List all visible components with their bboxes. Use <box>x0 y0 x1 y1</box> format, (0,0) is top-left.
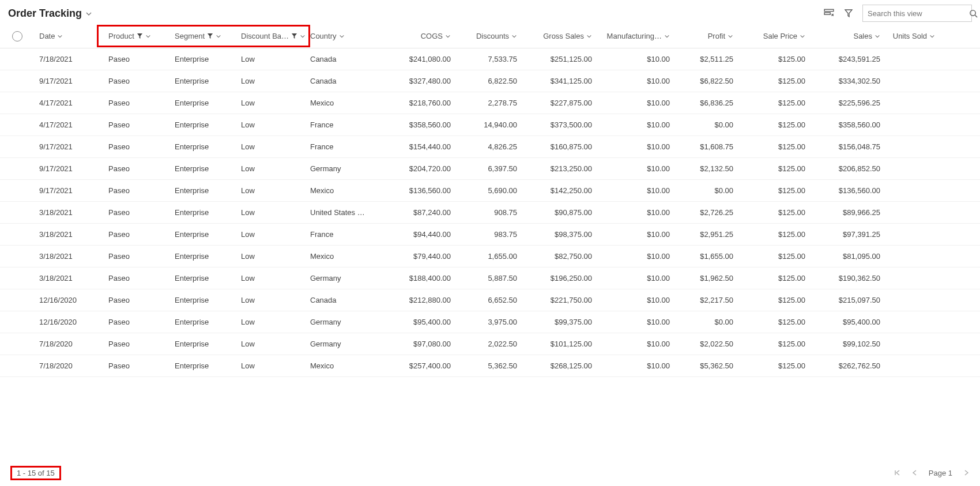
select-all-radio[interactable] <box>12 31 22 42</box>
table-row[interactable]: 12/16/2020PaseoEnterpriseLowCanada$212,8… <box>0 289 980 311</box>
col-header-discounts[interactable]: Discounts <box>455 32 522 40</box>
cell-segment: Enterprise <box>170 340 236 348</box>
table-row[interactable]: 9/17/2021PaseoEnterpriseLowMexico$136,56… <box>0 180 980 202</box>
table-row[interactable]: 4/17/2021PaseoEnterpriseLowFrance$358,56… <box>0 114 980 136</box>
cell-country: Mexico <box>306 186 380 195</box>
col-header-manufacturing[interactable]: Manufacturing… <box>597 32 674 40</box>
table-row[interactable]: 9/17/2021PaseoEnterpriseLowGermany$204,7… <box>0 158 980 180</box>
cell-discount-band: Low <box>236 55 306 63</box>
cell-discount-band: Low <box>236 99 306 107</box>
chevron-down-icon <box>216 33 221 39</box>
table-row[interactable]: 3/18/2021PaseoEnterpriseLowFrance$94,440… <box>0 224 980 246</box>
edit-columns-button[interactable] <box>823 7 835 19</box>
cell-discount-band: Low <box>236 164 306 173</box>
cell-date: 3/18/2021 <box>35 230 104 239</box>
cell-date: 7/18/2021 <box>35 55 104 63</box>
col-header-units-sold[interactable]: Units Sold <box>885 32 940 40</box>
table-row[interactable]: 9/17/2021PaseoEnterpriseLowFrance$154,44… <box>0 136 980 158</box>
pager-prev-button[interactable] <box>911 469 918 476</box>
cell-date: 9/17/2021 <box>35 186 104 195</box>
cell-segment: Enterprise <box>170 274 236 282</box>
cell-discounts: 1,655.00 <box>455 252 522 261</box>
cell-manufacturing: $10.00 <box>597 120 674 129</box>
cell-segment: Enterprise <box>170 77 236 85</box>
cell-manufacturing: $10.00 <box>597 230 674 239</box>
cell-discount-band: Low <box>236 274 306 282</box>
table-row[interactable]: 7/18/2021PaseoEnterpriseLowCanada$241,08… <box>0 48 980 70</box>
table-row[interactable]: 9/17/2021PaseoEnterpriseLowCanada$327,48… <box>0 70 980 92</box>
cell-product: Paseo <box>104 296 170 304</box>
cell-country: Germany <box>306 164 380 173</box>
cell-sales: $97,391.25 <box>810 230 885 239</box>
cell-sale-price: $125.00 <box>738 55 810 63</box>
cell-profit: $2,132.50 <box>674 164 738 173</box>
chevron-down-icon <box>875 33 880 39</box>
cell-discount-band: Low <box>236 296 306 304</box>
pager-page-label: Page 1 <box>929 469 952 477</box>
cell-discounts: 908.75 <box>455 208 522 217</box>
chevron-down-icon <box>300 33 306 39</box>
cell-cogs: $327,480.00 <box>380 77 455 85</box>
search-box[interactable] <box>862 5 972 22</box>
table-row[interactable]: 12/16/2020PaseoEnterpriseLowGermany$95,4… <box>0 311 980 333</box>
col-header-gross-sales[interactable]: Gross Sales <box>522 32 597 40</box>
cell-profit: $2,511.25 <box>674 55 738 63</box>
cell-discounts: 6,822.50 <box>455 77 522 85</box>
cell-profit: $1,655.00 <box>674 252 738 261</box>
cell-profit: $0.00 <box>674 318 738 326</box>
pager-next-button[interactable] <box>963 469 970 476</box>
cell-cogs: $154,440.00 <box>380 142 455 151</box>
table-row[interactable]: 3/18/2021PaseoEnterpriseLowMexico$79,440… <box>0 246 980 268</box>
chevron-down-icon <box>145 33 151 39</box>
cell-profit: $2,726.25 <box>674 208 738 217</box>
chevron-down-icon <box>664 33 670 39</box>
cell-country: France <box>306 120 380 129</box>
col-header-profit[interactable]: Profit <box>674 32 738 40</box>
cell-date: 4/17/2021 <box>35 120 104 129</box>
table-row[interactable]: 3/18/2021PaseoEnterpriseLowUnited States… <box>0 202 980 224</box>
col-header-discount-band[interactable]: Discount Ba… <box>236 32 306 40</box>
col-header-cogs[interactable]: COGS <box>380 32 455 40</box>
cell-gross-sales: $221,750.00 <box>522 296 597 304</box>
cell-gross-sales: $373,500.00 <box>522 120 597 129</box>
chevron-down-icon <box>445 33 451 39</box>
table-row[interactable]: 4/17/2021PaseoEnterpriseLowMexico$218,76… <box>0 92 980 114</box>
table-row[interactable]: 7/18/2020PaseoEnterpriseLowMexico$257,40… <box>0 355 980 377</box>
cell-product: Paseo <box>104 340 170 348</box>
view-selector[interactable]: Order Tracking <box>8 7 91 20</box>
cell-product: Paseo <box>104 208 170 217</box>
col-header-country[interactable]: Country <box>306 32 380 40</box>
col-header-date[interactable]: Date <box>35 32 104 40</box>
col-header-segment[interactable]: Segment <box>170 32 236 40</box>
col-header-sales-label: Sales <box>853 32 872 40</box>
cell-product: Paseo <box>104 318 170 326</box>
col-header-sale-price[interactable]: Sale Price <box>738 32 810 40</box>
cell-cogs: $188,400.00 <box>380 274 455 282</box>
cell-product: Paseo <box>104 120 170 129</box>
funnel-icon <box>137 33 143 39</box>
cell-product: Paseo <box>104 142 170 151</box>
search-input[interactable] <box>868 9 964 18</box>
col-header-product[interactable]: Product <box>104 32 170 40</box>
table-row[interactable]: 3/18/2021PaseoEnterpriseLowGermany$188,4… <box>0 268 980 289</box>
filter-button[interactable] <box>843 7 854 19</box>
cell-gross-sales: $213,250.00 <box>522 164 597 173</box>
cell-sales: $190,362.50 <box>810 274 885 282</box>
col-header-manufacturing-label: Manufacturing… <box>607 32 662 40</box>
table-row[interactable]: 7/18/2020PaseoEnterpriseLowGermany$97,08… <box>0 333 980 355</box>
cell-sale-price: $125.00 <box>738 274 810 282</box>
cell-sales: $206,852.50 <box>810 164 885 173</box>
cell-segment: Enterprise <box>170 296 236 304</box>
cell-cogs: $94,440.00 <box>380 230 455 239</box>
col-header-sales[interactable]: Sales <box>810 32 885 40</box>
cell-segment: Enterprise <box>170 361 236 370</box>
chevron-down-icon <box>929 33 935 39</box>
col-header-country-label: Country <box>310 32 337 40</box>
cell-discount-band: Low <box>236 230 306 239</box>
cell-gross-sales: $341,125.00 <box>522 77 597 85</box>
grid-footer: 1 - 15 of 15 Page 1 <box>0 459 980 486</box>
cell-sale-price: $125.00 <box>738 99 810 107</box>
pager-first-button[interactable] <box>894 469 901 476</box>
col-header-cogs-label: COGS <box>421 32 443 40</box>
cell-discount-band: Low <box>236 318 306 326</box>
